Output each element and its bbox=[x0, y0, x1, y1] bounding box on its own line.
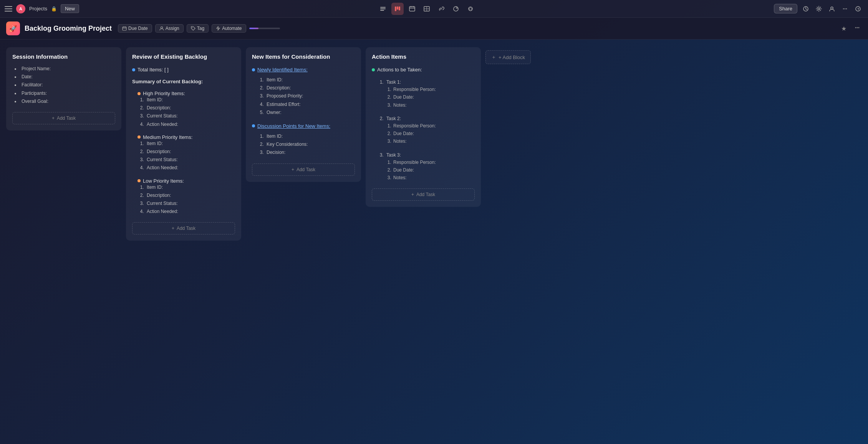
list-item: Description: bbox=[265, 84, 355, 92]
help-icon[interactable]: ? bbox=[853, 3, 863, 14]
medium-priority-list: Item ID: Description: Current Status: Ac… bbox=[137, 140, 235, 172]
total-items-label: Total Items: [ ] bbox=[137, 67, 169, 73]
svg-point-32 bbox=[161, 27, 162, 29]
list-item: Due Date: bbox=[393, 130, 475, 137]
list-item: Notes: bbox=[393, 174, 475, 182]
dot-icon bbox=[132, 68, 135, 71]
list-item: Action Needed: bbox=[145, 208, 235, 215]
newly-identified-list: Item ID: Description: Proposed Priority:… bbox=[257, 76, 355, 116]
svg-rect-2 bbox=[380, 10, 384, 11]
list-item: Date: bbox=[20, 73, 115, 81]
dot-icon bbox=[137, 135, 141, 139]
list-item: Item ID: bbox=[145, 184, 235, 191]
project-header: 🚀 Backlog Grooming Project Due Date Assi… bbox=[0, 18, 868, 40]
high-priority-section: High Priority Items: Item ID: Descriptio… bbox=[137, 89, 235, 128]
settings-icon[interactable] bbox=[813, 3, 824, 14]
automate-button[interactable]: Automate bbox=[212, 24, 246, 33]
low-priority-label: Low Priority Items: bbox=[143, 178, 184, 184]
add-block-label: + Add Block bbox=[499, 54, 525, 60]
automate-label: Automate bbox=[222, 26, 242, 31]
svg-point-15 bbox=[469, 8, 470, 9]
high-priority-label: High Priority Items: bbox=[143, 91, 185, 96]
newly-identified-header: Newly Identified Items: bbox=[252, 67, 355, 73]
summary-label: Summary of Current Backlog: bbox=[132, 79, 235, 84]
add-task-button-new[interactable]: + Add Task bbox=[252, 163, 355, 176]
more-options-button[interactable] bbox=[853, 23, 862, 34]
assign-label: Assign bbox=[166, 26, 179, 31]
svg-point-22 bbox=[831, 7, 833, 9]
tag-label: Tag bbox=[197, 26, 204, 31]
svg-rect-0 bbox=[380, 7, 386, 8]
chart-icon[interactable] bbox=[450, 3, 462, 15]
list-item: Responsible Person: bbox=[393, 122, 475, 130]
add-task-label: Add Task bbox=[177, 226, 195, 231]
dot-icon bbox=[137, 179, 141, 182]
task-2-section: Task 2: Responsible Person: Due Date: No… bbox=[377, 115, 475, 145]
column-new-items: New Items for Consideration Newly Identi… bbox=[246, 47, 361, 182]
medium-priority-label: Medium Priority Items: bbox=[143, 134, 192, 140]
list-item: Item ID: bbox=[145, 140, 235, 147]
more-options-icon[interactable] bbox=[840, 3, 850, 14]
palette-icon[interactable] bbox=[464, 3, 477, 15]
column-title-new: New Items for Consideration bbox=[252, 53, 355, 60]
top-nav: A Projects 🔒 New bbox=[0, 0, 868, 18]
share-button[interactable]: Share bbox=[774, 4, 797, 13]
project-icon: 🚀 bbox=[6, 21, 20, 35]
discussion-points-label: Discussion Points for New Items: bbox=[257, 123, 330, 129]
task-2-list: Responsible Person: Due Date: Notes: bbox=[385, 122, 475, 145]
nav-left: A Projects 🔒 New bbox=[5, 4, 79, 13]
session-info-list: Project Name: Date: Facilitator: Partici… bbox=[12, 65, 115, 105]
list-view-icon[interactable] bbox=[377, 3, 389, 15]
list-item: Notes: bbox=[393, 102, 475, 109]
plus-icon: + bbox=[292, 167, 294, 172]
list-item: Item ID: bbox=[145, 96, 235, 104]
list-item: Action Needed: bbox=[145, 164, 235, 172]
user-icon[interactable] bbox=[827, 3, 837, 14]
table-view-icon[interactable] bbox=[421, 3, 433, 15]
add-task-button-session[interactable]: + Add Task bbox=[12, 112, 115, 124]
new-badge[interactable]: New bbox=[61, 4, 79, 13]
history-icon[interactable] bbox=[800, 3, 811, 14]
discussion-points-list: Item ID: Key Considerations: Decision: bbox=[257, 133, 355, 157]
add-block-area: ＋ + Add Block bbox=[485, 47, 562, 64]
link-icon[interactable] bbox=[435, 3, 447, 15]
task-1-list: Responsible Person: Due Date: Notes: bbox=[385, 86, 475, 109]
plus-icon: + bbox=[172, 226, 174, 231]
hamburger-icon[interactable] bbox=[5, 5, 12, 13]
due-date-button[interactable]: Due Date bbox=[118, 24, 152, 33]
list-item: Due Date: bbox=[393, 167, 475, 174]
low-priority-list: Item ID: Description: Current Status: Ac… bbox=[137, 184, 235, 216]
low-priority-section: Low Priority Items: Item ID: Description… bbox=[137, 177, 235, 216]
svg-point-36 bbox=[858, 27, 860, 28]
board-view-icon[interactable] bbox=[391, 3, 404, 15]
svg-rect-1 bbox=[380, 8, 386, 9]
add-task-button-review[interactable]: + Add Task bbox=[132, 222, 235, 234]
low-priority-header: Low Priority Items: bbox=[137, 178, 235, 184]
add-task-label: Add Task bbox=[416, 192, 435, 197]
discussion-points-header: Discussion Points for New Items: bbox=[252, 123, 355, 129]
calendar-view-icon[interactable] bbox=[406, 3, 418, 15]
due-date-label: Due Date bbox=[128, 26, 148, 31]
list-item: Overall Goal: bbox=[20, 98, 115, 105]
star-button[interactable]: ★ bbox=[840, 23, 848, 34]
task-3-label: Task 3: bbox=[385, 152, 475, 159]
dot-icon bbox=[252, 68, 255, 71]
add-task-button-action[interactable]: + Add Task bbox=[372, 188, 475, 201]
list-item: Project Name: bbox=[20, 65, 115, 73]
list-item: Action Needed: bbox=[145, 121, 235, 128]
list-item: Proposed Priority: bbox=[265, 92, 355, 100]
svg-point-19 bbox=[469, 9, 470, 10]
dot-icon bbox=[137, 92, 141, 95]
column-action-items: Action Items Actions to be Taken: Task 1… bbox=[366, 47, 481, 207]
list-item: Current Status: bbox=[145, 156, 235, 163]
assign-button[interactable]: Assign bbox=[155, 24, 184, 33]
add-block-button[interactable]: ＋ + Add Block bbox=[485, 50, 531, 64]
lock-icon: 🔒 bbox=[51, 6, 57, 12]
asana-avatar: A bbox=[16, 4, 25, 13]
svg-rect-5 bbox=[399, 7, 400, 10]
projects-link[interactable]: Projects bbox=[29, 6, 47, 12]
svg-point-23 bbox=[843, 8, 844, 9]
medium-priority-section: Medium Priority Items: Item ID: Descript… bbox=[137, 133, 235, 172]
svg-point-18 bbox=[471, 9, 472, 10]
tag-button[interactable]: Tag bbox=[187, 24, 209, 33]
